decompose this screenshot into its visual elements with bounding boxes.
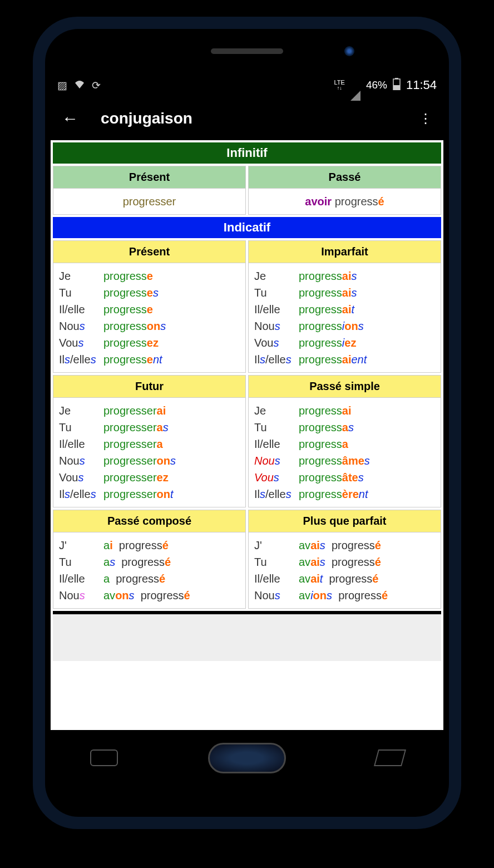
conjugation-row: Nousprogresserons — [59, 452, 240, 469]
infinitif-present-label: Présent — [53, 166, 245, 189]
conjugation-row: Ils/ellesprogresseront — [59, 486, 240, 502]
sync-icon: ⟳ — [92, 79, 101, 92]
phone-frame: ▨ ⟳ LTE ↑↓ 46% 11:54 — [33, 17, 461, 829]
recent-apps-button[interactable] — [90, 749, 118, 766]
conjugation-row: Jeprogresserai — [59, 402, 240, 419]
back-hw-button[interactable] — [374, 749, 406, 766]
phone-bottom-bezel — [45, 730, 449, 786]
status-bar: ▨ ⟳ LTE ↑↓ 46% 11:54 — [51, 73, 443, 97]
front-camera — [344, 46, 354, 56]
conjugation-row: J'ai progressé — [59, 537, 240, 554]
home-button[interactable] — [208, 743, 286, 773]
plus-que-parfait-body: J'avais progresséTuavais progresséIl/ell… — [249, 532, 441, 608]
conjugation-row: Nousprogressons — [59, 318, 240, 334]
conjugation-row: Il/elleprogressa — [254, 436, 435, 452]
plus-que-parfait-label: Plus que parfait — [249, 510, 441, 532]
conjugation-row: Nousprogressions — [254, 318, 435, 334]
conjugation-row: Il/ellea progressé — [59, 570, 240, 587]
passe-compose-body: J'ai progresséTuas progresséIl/ellea pro… — [53, 532, 245, 608]
clock: 11:54 — [406, 78, 437, 92]
conjugation-row: Jeprogressai — [254, 402, 435, 419]
conjugation-row: Il/elleprogressera — [59, 436, 240, 452]
present-body: JeprogresseTuprogressesIl/elleprogresseN… — [53, 263, 245, 372]
conjugation-row: Nousprogressâmes — [254, 452, 435, 469]
futur-body: JeprogresseraiTuprogresserasIl/elleprogr… — [53, 398, 245, 507]
present-label: Présent — [53, 241, 245, 263]
conjugation-row: Tuprogressas — [254, 419, 435, 436]
ad-space — [53, 611, 441, 661]
signal-icon — [350, 79, 360, 91]
content-scroll[interactable]: Infinitif Présent progresser Passé avoir… — [51, 140, 443, 662]
futur-label: Futur — [53, 376, 245, 398]
conjugation-row: Ils/ellesprogressèrent — [254, 486, 435, 502]
passe-compose-block: Passé composé J'ai progresséTuas progres… — [53, 510, 246, 609]
present-block: Présent JeprogresseTuprogressesIl/ellepr… — [53, 240, 246, 373]
phone-inner: ▨ ⟳ LTE ↑↓ 46% 11:54 — [45, 29, 449, 817]
conjugation-row: Tuavais progressé — [254, 554, 435, 570]
conjugation-row: Vousprogressez — [59, 334, 240, 351]
conjugation-row: Tuas progressé — [59, 554, 240, 570]
passe-simple-body: JeprogressaiTuprogressasIl/elleprogressa… — [249, 398, 441, 507]
imparfait-body: JeprogressaisTuprogressaisIl/elleprogres… — [249, 263, 441, 372]
infinitif-passe-value: avoir progressé — [249, 189, 441, 214]
imparfait-block: Imparfait JeprogressaisTuprogressaisIl/e… — [248, 240, 441, 373]
imparfait-label: Imparfait — [249, 241, 441, 263]
conjugation-row: Il/elleprogresse — [59, 301, 240, 318]
passe-compose-label: Passé composé — [53, 510, 245, 532]
conjugation-row: Vousprogressâtes — [254, 469, 435, 486]
conjugation-row: J'avais progressé — [254, 537, 435, 554]
screen: ▨ ⟳ LTE ↑↓ 46% 11:54 — [51, 73, 443, 730]
battery-icon — [393, 78, 401, 93]
futur-block: Futur JeprogresseraiTuprogresserasIl/ell… — [53, 375, 246, 507]
speaker-grille — [211, 48, 283, 54]
passe-simple-block: Passé simple JeprogressaiTuprogressasIl/… — [248, 375, 441, 507]
infinitif-passe-block: Passé avoir progressé — [248, 166, 441, 215]
mood-header-indicatif: Indicatif — [53, 217, 441, 238]
infinitif-present-block: Présent progresser — [53, 166, 246, 215]
wifi-icon — [74, 79, 85, 91]
infinitif-passe-label: Passé — [249, 166, 441, 189]
conjugation-row: Il/elleavait progressé — [254, 570, 435, 587]
battery-percent: 46% — [366, 79, 387, 91]
conjugation-row: Vousprogressiez — [254, 334, 435, 351]
conjugation-row: Tuprogresses — [59, 284, 240, 301]
infinitif-present-value: progresser — [123, 195, 176, 208]
app-title: conjugaison — [101, 110, 419, 127]
conjugation-row: Nousavions progressé — [254, 587, 435, 604]
lte-indicator: LTE ↑↓ — [334, 80, 345, 91]
plus-que-parfait-block: Plus que parfait J'avais progresséTuavai… — [248, 510, 441, 609]
conjugation-row: Jeprogresse — [59, 268, 240, 284]
image-icon: ▨ — [57, 79, 67, 92]
mood-header-infinitif: Infinitif — [53, 142, 441, 164]
svg-rect-2 — [393, 85, 400, 90]
conjugation-row: Tuprogressais — [254, 284, 435, 301]
phone-top-bezel — [45, 29, 449, 73]
passe-simple-label: Passé simple — [249, 376, 441, 398]
conjugation-row: Jeprogressais — [254, 268, 435, 284]
conjugation-row: Ils/ellesprogressaient — [254, 351, 435, 368]
conjugation-row: Nousavons progressé — [59, 587, 240, 604]
menu-button[interactable]: ⋮ — [419, 111, 432, 126]
back-button[interactable]: ← — [62, 109, 78, 128]
conjugation-row: Il/elleprogressait — [254, 301, 435, 318]
conjugation-row: Ils/ellesprogressent — [59, 351, 240, 368]
conjugation-row: Tuprogresseras — [59, 419, 240, 436]
conjugation-row: Vousprogresserez — [59, 469, 240, 486]
app-bar: ← conjugaison ⋮ — [51, 97, 443, 140]
